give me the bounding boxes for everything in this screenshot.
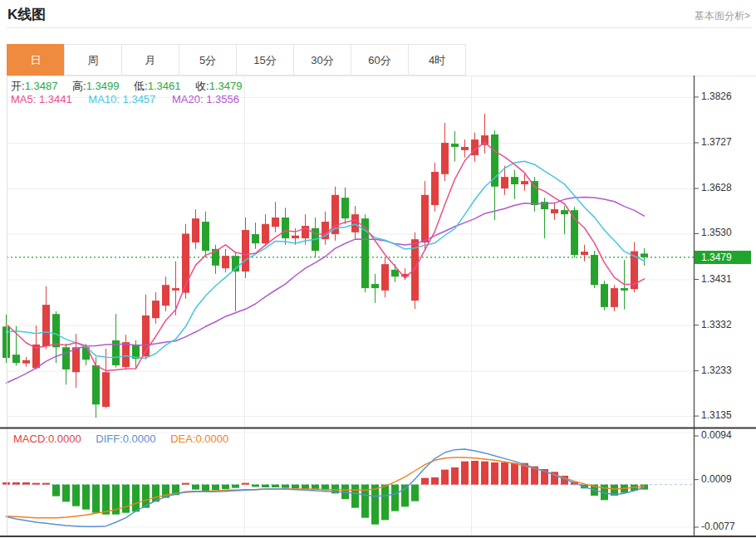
macd-axis-label: 0.0009	[701, 473, 732, 485]
candle	[341, 188, 349, 224]
candle	[62, 344, 70, 384]
macd-bar	[451, 467, 459, 485]
macd-bar	[471, 461, 479, 485]
macd-axis-label: 0.0094	[701, 429, 732, 441]
price-axis-label: 1.3628	[701, 182, 732, 193]
candle	[591, 251, 598, 288]
macd-bar	[431, 477, 439, 485]
candle	[152, 292, 160, 324]
macd-histogram	[2, 461, 648, 525]
close-label: 收:	[195, 80, 209, 92]
macd-bar	[351, 485, 359, 508]
macd-bar	[511, 463, 518, 485]
open-value: 1.3487	[25, 80, 58, 92]
macd-bar	[2, 482, 10, 485]
candlestick-series	[2, 114, 648, 418]
candle	[192, 209, 199, 249]
candle	[142, 295, 150, 359]
price-axis-label: 1.3135	[701, 409, 732, 421]
macd-label: MACD:	[13, 433, 48, 445]
ma10-label: MA10:	[88, 93, 120, 105]
candle	[551, 203, 558, 220]
low-label: 低:	[134, 80, 148, 92]
candle	[511, 170, 518, 199]
macd-bar	[62, 485, 70, 502]
kline-widget: K线图 基本面分析> 日周月5分15分30分60分4时 开:1.3487 高:1…	[0, 0, 756, 538]
ma10-value: 1.3457	[123, 93, 156, 105]
price-axis-label: 1.3530	[701, 227, 732, 238]
macd-bar	[421, 478, 429, 485]
candle	[381, 257, 389, 297]
macd-bar	[441, 470, 449, 485]
candle	[2, 315, 10, 363]
ma5-label: MA5:	[11, 93, 36, 105]
macd-bar	[192, 485, 199, 490]
macd-bar	[282, 485, 289, 488]
ma20-label: MA20:	[172, 93, 204, 105]
macd-bar	[461, 462, 469, 485]
macd-bar	[12, 482, 20, 485]
candle	[322, 212, 329, 245]
close-value: 1.3479	[209, 80, 243, 92]
macd-bar	[262, 485, 269, 487]
macd-bar	[82, 485, 90, 510]
ma5-value: 1.3441	[39, 93, 72, 105]
chart-frame	[0, 76, 756, 536]
candle	[162, 276, 169, 311]
candle	[561, 206, 568, 234]
candle	[312, 218, 319, 257]
candle	[641, 248, 648, 266]
price-axis-label: 1.3332	[701, 319, 732, 330]
candle	[481, 114, 488, 154]
macd-bar	[212, 485, 219, 491]
current-price-badge: 1.3479	[695, 251, 751, 264]
dea-value: 0.0000	[196, 433, 229, 445]
open-label: 开:	[11, 80, 25, 92]
macd-bar	[22, 482, 30, 485]
macd-bar	[252, 485, 259, 487]
macd-bar	[202, 485, 209, 492]
macd-bar	[292, 485, 299, 489]
price-axis-label: 1.3727	[701, 136, 732, 148]
candle	[441, 123, 449, 181]
diff-label: DIFF:	[96, 433, 123, 445]
macd-bar	[122, 485, 130, 513]
diff-value: 0.0000	[123, 433, 156, 445]
candle	[371, 274, 379, 303]
price-axis-label: 1.3431	[701, 273, 732, 285]
candle	[272, 202, 279, 232]
ma20-value: 1.3556	[206, 93, 239, 105]
macd-bar	[222, 485, 229, 489]
macd-bar	[501, 462, 508, 485]
high-value: 1.3499	[86, 80, 120, 92]
gridlines	[7, 76, 694, 536]
macd-bar	[42, 483, 50, 485]
macd-legend: MACD:0.0000 DIFF:0.0000 DEA:0.0000	[13, 433, 240, 445]
ma-legend: MA5: 1.3441 MA10: 1.3457 MA20: 1.3556	[11, 93, 253, 105]
candle	[331, 187, 339, 241]
candle	[232, 252, 239, 311]
macd-bar	[182, 483, 189, 485]
macd-bar	[491, 462, 498, 485]
candle	[601, 281, 608, 311]
candle	[172, 262, 179, 315]
macd-bar	[132, 485, 140, 512]
candle	[262, 214, 269, 246]
macd-axis-label: -0.0077	[701, 521, 735, 532]
low-value: 1.3461	[148, 80, 181, 92]
candle	[42, 286, 50, 350]
high-label: 高:	[72, 80, 86, 92]
macd-bar	[371, 485, 379, 525]
candle	[112, 314, 120, 367]
candle	[222, 249, 229, 272]
macd-bar	[481, 462, 488, 485]
macd-bar	[272, 485, 279, 487]
candle	[22, 357, 30, 367]
price-axis-label: 1.3826	[701, 90, 732, 102]
macd-bar	[411, 485, 419, 501]
candle	[461, 139, 469, 158]
macd-bar	[391, 485, 399, 511]
macd-bar	[72, 485, 80, 506]
macd-bar	[32, 483, 40, 485]
macd-bar	[102, 485, 110, 515]
